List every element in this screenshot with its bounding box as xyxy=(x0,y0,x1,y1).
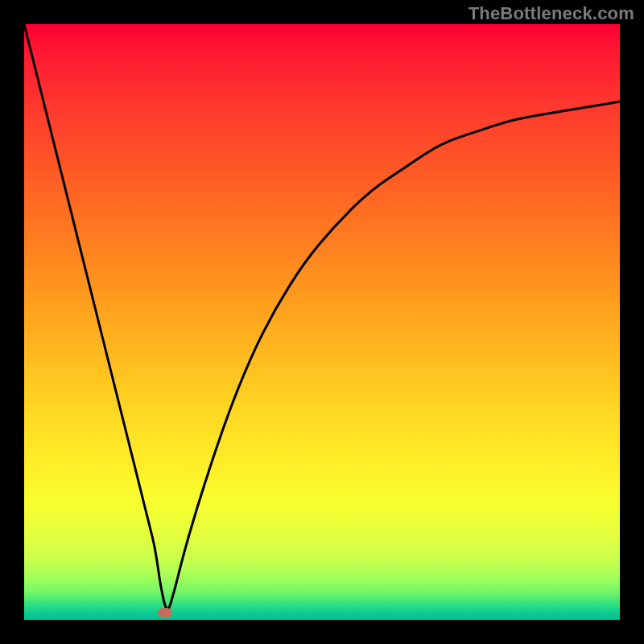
plot-area xyxy=(24,24,620,620)
watermark-text: TheBottleneck.com xyxy=(469,3,634,24)
optimum-marker xyxy=(158,608,172,617)
curve-svg xyxy=(24,24,620,620)
chart-frame: TheBottleneck.com xyxy=(0,0,644,644)
bottleneck-curve-path xyxy=(24,24,620,609)
